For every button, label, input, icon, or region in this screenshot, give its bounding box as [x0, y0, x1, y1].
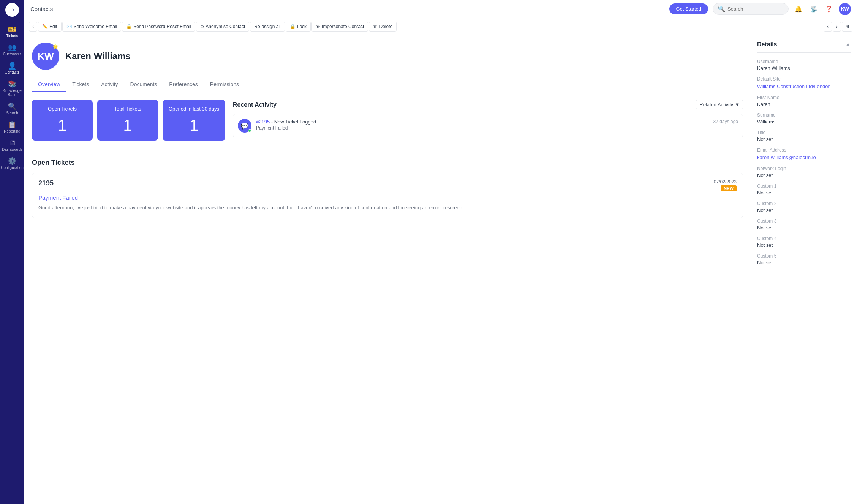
ticket-subject[interactable]: Payment Failed — [38, 194, 737, 201]
tab-activity[interactable]: Activity — [95, 77, 124, 92]
get-started-button[interactable]: Get Started — [669, 3, 708, 14]
tab-documents[interactable]: Documents — [124, 77, 163, 92]
contacts-icon: 👤 — [8, 62, 16, 69]
panel-field-username: Username Karen Williams — [757, 59, 851, 71]
impersonate-label: Impersonate Contact — [322, 24, 364, 29]
field-value-surname: Williams — [757, 119, 851, 125]
tab-preferences[interactable]: Preferences — [163, 77, 204, 92]
tabs-bar: Overview Tickets Activity Documents Pref… — [32, 77, 743, 92]
edit-button[interactable]: ✏️ Edit — [38, 22, 62, 32]
stat-card-total-tickets: Total Tickets 1 — [97, 100, 158, 141]
profile-name: Karen Williams — [65, 51, 131, 62]
impersonate-button[interactable]: 👁 Impersonate Contact — [311, 22, 368, 32]
activity-ticket-link[interactable]: #2195 — [256, 119, 270, 125]
panel-header: Details ▲ — [757, 41, 851, 53]
help-button[interactable]: ❓ — [824, 4, 834, 14]
panel-field-custom4: Custom 4 Not set — [757, 236, 851, 248]
panel-title: Details — [757, 41, 777, 48]
top-header: Contacts Get Started 🔍 🔔 📡 ❓ KW — [24, 0, 857, 18]
search-icon: 🔍 — [718, 5, 725, 13]
sidebar-item-reporting[interactable]: 📋 Reporting — [0, 118, 24, 136]
feed-button[interactable]: 📡 — [808, 4, 819, 14]
field-label-first-name: First Name — [757, 95, 851, 100]
profile-avatar: KW ⭐ — [32, 43, 59, 70]
dashboards-icon: 🖥 — [9, 139, 16, 146]
panel-field-custom2: Custom 2 Not set — [757, 201, 851, 213]
activity-action: - New Ticket Logged — [270, 119, 316, 125]
stats-row: Open Tickets 1 Total Tickets 1 Opened in… — [32, 100, 225, 141]
send-welcome-button[interactable]: ✉️ Send Welcome Email — [62, 22, 122, 32]
sidebar-item-label: Configuration — [1, 166, 23, 170]
main-area: Contacts Get Started 🔍 🔔 📡 ❓ KW ‹ ✏️ Edi… — [24, 0, 857, 504]
sidebar-item-tickets[interactable]: 🎫 Tickets — [0, 23, 24, 41]
reassign-button[interactable]: Re-assign all — [250, 22, 285, 32]
sidebar-item-customers[interactable]: 👥 Customers — [0, 41, 24, 59]
field-label-email: Email Address — [757, 147, 851, 153]
activity-status-dot — [248, 129, 251, 132]
ticket-header: 2195 07/02/2023 NEW — [38, 179, 737, 191]
tab-permissions[interactable]: Permissions — [204, 77, 245, 92]
impersonate-icon: 👁 — [316, 24, 320, 29]
sidebar-item-label: Tickets — [6, 34, 18, 38]
stat-open-tickets-value: 1 — [38, 116, 87, 134]
ticket-badge: NEW — [721, 185, 737, 191]
breadcrumb: Contacts — [30, 6, 665, 12]
sidebar-item-knowledge-base[interactable]: 📚 Knowledge Base — [0, 77, 24, 100]
search-input[interactable] — [727, 6, 784, 12]
field-value-default-site[interactable]: Williams Construction Ltd/London — [757, 84, 831, 89]
activity-avatar: 💬 — [238, 119, 251, 133]
activity-text: #2195 - New Ticket Logged — [256, 119, 709, 125]
profile-badge: ⭐ — [52, 43, 59, 49]
tab-overview[interactable]: Overview — [32, 77, 66, 92]
content-area: KW ⭐ Karen Williams Overview Tickets Act… — [24, 35, 857, 504]
sidebar-item-label: Knowledge Base — [2, 88, 23, 97]
field-value-email[interactable]: karen.williams@halocrm.io — [757, 155, 816, 160]
external-button[interactable]: ⊞ — [842, 22, 852, 32]
back-button[interactable]: ‹ — [29, 22, 37, 32]
search-box: 🔍 — [713, 3, 789, 15]
sidebar-item-dashboards[interactable]: 🖥 Dashboards — [0, 136, 24, 155]
open-tickets-section: Open Tickets 2195 07/02/2023 NEW Payment… — [32, 159, 743, 218]
panel-field-default-site: Default Site Williams Construction Ltd/L… — [757, 76, 851, 90]
lock-button[interactable]: 🔒 Lock — [286, 22, 311, 32]
ticket-date: 07/02/2023 — [714, 179, 737, 185]
anonymise-button[interactable]: ⊙ Anonymise Contact — [196, 22, 249, 32]
next-button[interactable]: › — [833, 22, 841, 32]
lock-reset-icon: 🔒 — [126, 24, 132, 29]
stat-opened-30-value: 1 — [169, 116, 219, 134]
panel-field-custom5: Custom 5 Not set — [757, 253, 851, 265]
stat-open-tickets-label: Open Tickets — [38, 106, 87, 112]
sidebar: ○ 🎫 Tickets 👥 Customers 👤 Contacts 📚 Kno… — [0, 0, 24, 504]
activity-header: Recent Activity Related Activity ▼ — [233, 100, 743, 109]
trash-icon: 🗑 — [373, 24, 378, 29]
panel-collapse-icon[interactable]: ▲ — [845, 41, 851, 48]
prev-button[interactable]: ‹ — [824, 22, 832, 32]
field-value-custom1: Not set — [757, 190, 851, 196]
toolbar: ‹ ✏️ Edit ✉️ Send Welcome Email 🔒 Send P… — [24, 18, 857, 35]
field-label-network-login: Network Login — [757, 166, 851, 171]
anonymise-label: Anonymise Contact — [206, 24, 245, 29]
edit-icon: ✏️ — [42, 24, 48, 29]
sidebar-item-search[interactable]: 🔍 Search — [0, 100, 24, 118]
activity-avatar-icon: 💬 — [241, 122, 248, 130]
activity-item: 💬 #2195 - New Ticket Logged Payment Fail… — [233, 114, 743, 137]
sidebar-item-contacts[interactable]: 👤 Contacts — [0, 59, 24, 77]
delete-label: Delete — [379, 24, 392, 29]
avatar[interactable]: KW — [839, 3, 851, 15]
field-label-custom3: Custom 3 — [757, 218, 851, 224]
sidebar-item-configuration[interactable]: ⚙️ Configuration — [0, 155, 24, 173]
field-value-network-login: Not set — [757, 172, 851, 178]
activity-filter-dropdown[interactable]: Related Activity ▼ — [696, 100, 743, 109]
field-label-default-site: Default Site — [757, 76, 851, 82]
field-label-surname: Surname — [757, 112, 851, 118]
notifications-button[interactable]: 🔔 — [793, 4, 804, 14]
delete-button[interactable]: 🗑 Delete — [369, 22, 397, 32]
reassign-label: Re-assign all — [254, 24, 280, 29]
mail-icon: ✉️ — [66, 24, 72, 29]
tab-tickets[interactable]: Tickets — [66, 77, 95, 92]
send-reset-button[interactable]: 🔒 Send Password Reset Email — [122, 22, 195, 32]
app-logo[interactable]: ○ — [5, 3, 19, 17]
send-reset-label: Send Password Reset Email — [133, 24, 191, 29]
activity-time: 37 days ago — [713, 119, 738, 124]
sidebar-item-label: Dashboards — [2, 147, 22, 152]
